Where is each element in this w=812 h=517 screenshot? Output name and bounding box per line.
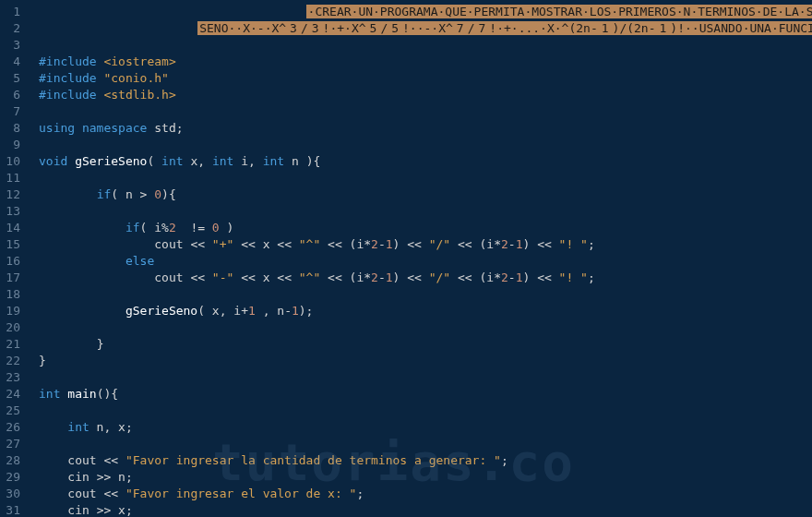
line-number: 30 (4, 486, 20, 502)
line-number: 16 (4, 253, 20, 270)
line-number: 29 (4, 469, 20, 486)
code-line[interactable]: #include <iostream> (28, 54, 812, 70)
code-line[interactable] (28, 286, 812, 303)
code-line[interactable] (28, 369, 812, 386)
code-line[interactable]: } (28, 336, 812, 353)
line-number: 6 (4, 87, 20, 103)
code-line[interactable]: cout << "+" << x << "^" << (i*2-1) << "/… (28, 236, 812, 253)
line-number: 31 (4, 502, 20, 517)
line-number: 2 (4, 20, 20, 37)
line-number: 15 (4, 236, 20, 253)
code-line[interactable] (28, 137, 812, 153)
code-line[interactable]: void gSerieSeno( int x, int i, int n ){ (28, 153, 812, 170)
code-line[interactable]: cout << "Favor ingresar el valor de x: "… (28, 486, 812, 502)
line-number: 9 (4, 137, 20, 153)
code-line[interactable]: ·CREAR·UN·PROGRAMA·QUE·PERMITA·MOSTRAR·L… (28, 4, 812, 20)
code-line[interactable]: else (28, 253, 812, 270)
code-line[interactable]: cin >> x; (28, 502, 812, 517)
line-number: 12 (4, 186, 20, 203)
line-number: 23 (4, 369, 20, 386)
line-number: 14 (4, 220, 20, 236)
line-number: 28 (4, 452, 20, 469)
line-number: 4 (4, 54, 20, 70)
line-number: 17 (4, 270, 20, 286)
code-line[interactable]: cout << "Favor ingresar la cantidad de t… (28, 452, 812, 469)
code-line[interactable]: int n, x; (28, 419, 812, 436)
line-number: 24 (4, 386, 20, 403)
code-line[interactable]: cin >> n; (28, 469, 812, 486)
line-number: 1 (4, 4, 20, 20)
code-line[interactable]: gSerieSeno( x, i+1 , n-1); (28, 303, 812, 319)
code-line[interactable] (28, 436, 812, 452)
code-line[interactable]: SENO··X·-·X^3/3!·+·X^5/5!··-·X^7/7!·+·..… (28, 20, 812, 37)
code-line[interactable]: using namespace std; (28, 120, 812, 137)
code-line[interactable] (28, 103, 812, 120)
code-area[interactable]: tutorias.co ·CREAR·UN·PROGRAMA·QUE·PERMI… (28, 0, 812, 517)
code-line[interactable] (28, 319, 812, 336)
line-number: 7 (4, 103, 20, 120)
code-line[interactable]: #include "conio.h" (28, 70, 812, 87)
code-line[interactable] (28, 403, 812, 419)
code-line[interactable]: if( i%2 != 0 ) (28, 220, 812, 236)
line-number: 19 (4, 303, 20, 319)
line-number: 3 (4, 37, 20, 54)
line-number: 21 (4, 336, 20, 353)
line-number: 20 (4, 319, 20, 336)
line-number: 5 (4, 70, 20, 87)
code-line[interactable] (28, 203, 812, 220)
line-number: 25 (4, 403, 20, 419)
line-number: 26 (4, 419, 20, 436)
code-line[interactable]: } (28, 353, 812, 369)
line-number: 22 (4, 353, 20, 369)
code-line[interactable]: int main(){ (28, 386, 812, 403)
code-line[interactable]: if( n > 0){ (28, 186, 812, 203)
line-number: 10 (4, 153, 20, 170)
line-number: 27 (4, 436, 20, 452)
line-number: 8 (4, 120, 20, 137)
code-line[interactable]: #include <stdlib.h> (28, 87, 812, 103)
code-editor: 1234567891011121314151617181920212223242… (0, 0, 812, 517)
code-line[interactable] (28, 170, 812, 186)
line-number: 11 (4, 170, 20, 186)
line-number: 18 (4, 286, 20, 303)
code-line[interactable] (28, 37, 812, 54)
line-number: 13 (4, 203, 20, 220)
line-number-gutter: 1234567891011121314151617181920212223242… (0, 0, 28, 517)
code-line[interactable]: cout << "-" << x << "^" << (i*2-1) << "/… (28, 270, 812, 286)
